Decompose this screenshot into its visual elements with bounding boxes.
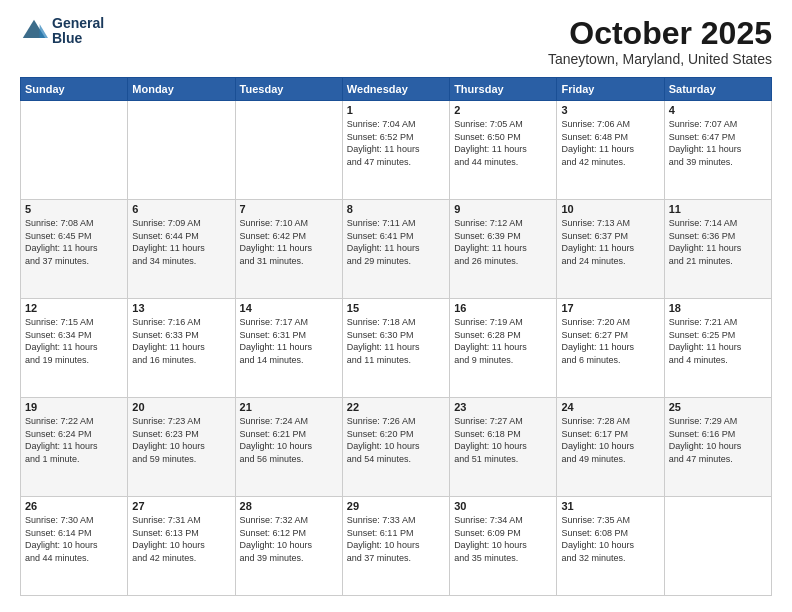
day-info: Sunrise: 7:23 AM Sunset: 6:23 PM Dayligh… [132,415,230,465]
day-info: Sunrise: 7:08 AM Sunset: 6:45 PM Dayligh… [25,217,123,267]
day-info: Sunrise: 7:11 AM Sunset: 6:41 PM Dayligh… [347,217,445,267]
weekday-header-thursday: Thursday [450,78,557,101]
weekday-header-monday: Monday [128,78,235,101]
week-row-0: 1Sunrise: 7:04 AM Sunset: 6:52 PM Daylig… [21,101,772,200]
day-info: Sunrise: 7:27 AM Sunset: 6:18 PM Dayligh… [454,415,552,465]
calendar-cell: 14Sunrise: 7:17 AM Sunset: 6:31 PM Dayli… [235,299,342,398]
day-info: Sunrise: 7:12 AM Sunset: 6:39 PM Dayligh… [454,217,552,267]
day-number: 13 [132,302,230,314]
day-info: Sunrise: 7:35 AM Sunset: 6:08 PM Dayligh… [561,514,659,564]
weekday-row: SundayMondayTuesdayWednesdayThursdayFrid… [21,78,772,101]
day-info: Sunrise: 7:26 AM Sunset: 6:20 PM Dayligh… [347,415,445,465]
day-number: 9 [454,203,552,215]
day-info: Sunrise: 7:09 AM Sunset: 6:44 PM Dayligh… [132,217,230,267]
day-number: 5 [25,203,123,215]
page: General Blue October 2025 Taneytown, Mar… [0,0,792,612]
weekday-header-saturday: Saturday [664,78,771,101]
day-info: Sunrise: 7:34 AM Sunset: 6:09 PM Dayligh… [454,514,552,564]
logo-text: General Blue [52,16,104,47]
day-info: Sunrise: 7:15 AM Sunset: 6:34 PM Dayligh… [25,316,123,366]
location: Taneytown, Maryland, United States [548,51,772,67]
day-number: 19 [25,401,123,413]
day-number: 25 [669,401,767,413]
calendar-cell [21,101,128,200]
title-area: October 2025 Taneytown, Maryland, United… [548,16,772,67]
calendar-cell: 1Sunrise: 7:04 AM Sunset: 6:52 PM Daylig… [342,101,449,200]
day-number: 31 [561,500,659,512]
calendar-cell: 22Sunrise: 7:26 AM Sunset: 6:20 PM Dayli… [342,398,449,497]
month-title: October 2025 [548,16,772,51]
calendar-cell: 25Sunrise: 7:29 AM Sunset: 6:16 PM Dayli… [664,398,771,497]
calendar-cell: 3Sunrise: 7:06 AM Sunset: 6:48 PM Daylig… [557,101,664,200]
calendar-cell: 8Sunrise: 7:11 AM Sunset: 6:41 PM Daylig… [342,200,449,299]
weekday-header-tuesday: Tuesday [235,78,342,101]
day-number: 23 [454,401,552,413]
calendar-cell: 24Sunrise: 7:28 AM Sunset: 6:17 PM Dayli… [557,398,664,497]
calendar-cell: 11Sunrise: 7:14 AM Sunset: 6:36 PM Dayli… [664,200,771,299]
logo: General Blue [20,16,104,47]
day-info: Sunrise: 7:31 AM Sunset: 6:13 PM Dayligh… [132,514,230,564]
calendar-cell: 16Sunrise: 7:19 AM Sunset: 6:28 PM Dayli… [450,299,557,398]
day-info: Sunrise: 7:05 AM Sunset: 6:50 PM Dayligh… [454,118,552,168]
day-number: 27 [132,500,230,512]
day-number: 22 [347,401,445,413]
day-number: 17 [561,302,659,314]
day-number: 7 [240,203,338,215]
calendar-cell: 27Sunrise: 7:31 AM Sunset: 6:13 PM Dayli… [128,497,235,596]
calendar-cell: 13Sunrise: 7:16 AM Sunset: 6:33 PM Dayli… [128,299,235,398]
day-info: Sunrise: 7:06 AM Sunset: 6:48 PM Dayligh… [561,118,659,168]
day-info: Sunrise: 7:32 AM Sunset: 6:12 PM Dayligh… [240,514,338,564]
calendar-body: 1Sunrise: 7:04 AM Sunset: 6:52 PM Daylig… [21,101,772,596]
day-number: 24 [561,401,659,413]
calendar-cell: 28Sunrise: 7:32 AM Sunset: 6:12 PM Dayli… [235,497,342,596]
day-info: Sunrise: 7:22 AM Sunset: 6:24 PM Dayligh… [25,415,123,465]
weekday-header-sunday: Sunday [21,78,128,101]
calendar-cell: 5Sunrise: 7:08 AM Sunset: 6:45 PM Daylig… [21,200,128,299]
day-number: 12 [25,302,123,314]
day-info: Sunrise: 7:30 AM Sunset: 6:14 PM Dayligh… [25,514,123,564]
calendar-cell: 21Sunrise: 7:24 AM Sunset: 6:21 PM Dayli… [235,398,342,497]
day-info: Sunrise: 7:20 AM Sunset: 6:27 PM Dayligh… [561,316,659,366]
day-number: 28 [240,500,338,512]
day-info: Sunrise: 7:29 AM Sunset: 6:16 PM Dayligh… [669,415,767,465]
day-number: 6 [132,203,230,215]
day-info: Sunrise: 7:33 AM Sunset: 6:11 PM Dayligh… [347,514,445,564]
calendar-cell: 20Sunrise: 7:23 AM Sunset: 6:23 PM Dayli… [128,398,235,497]
day-number: 18 [669,302,767,314]
day-info: Sunrise: 7:13 AM Sunset: 6:37 PM Dayligh… [561,217,659,267]
calendar-cell: 17Sunrise: 7:20 AM Sunset: 6:27 PM Dayli… [557,299,664,398]
calendar-cell: 4Sunrise: 7:07 AM Sunset: 6:47 PM Daylig… [664,101,771,200]
day-info: Sunrise: 7:21 AM Sunset: 6:25 PM Dayligh… [669,316,767,366]
calendar-cell: 10Sunrise: 7:13 AM Sunset: 6:37 PM Dayli… [557,200,664,299]
header: General Blue October 2025 Taneytown, Mar… [20,16,772,67]
logo-line1: General [52,16,104,31]
day-info: Sunrise: 7:16 AM Sunset: 6:33 PM Dayligh… [132,316,230,366]
calendar-cell: 30Sunrise: 7:34 AM Sunset: 6:09 PM Dayli… [450,497,557,596]
weekday-header-friday: Friday [557,78,664,101]
day-number: 14 [240,302,338,314]
day-number: 1 [347,104,445,116]
day-info: Sunrise: 7:04 AM Sunset: 6:52 PM Dayligh… [347,118,445,168]
day-info: Sunrise: 7:19 AM Sunset: 6:28 PM Dayligh… [454,316,552,366]
logo-line2: Blue [52,31,104,46]
day-number: 11 [669,203,767,215]
day-number: 29 [347,500,445,512]
day-number: 8 [347,203,445,215]
calendar-cell [235,101,342,200]
day-info: Sunrise: 7:07 AM Sunset: 6:47 PM Dayligh… [669,118,767,168]
calendar-cell: 18Sunrise: 7:21 AM Sunset: 6:25 PM Dayli… [664,299,771,398]
calendar-cell: 9Sunrise: 7:12 AM Sunset: 6:39 PM Daylig… [450,200,557,299]
calendar-cell: 23Sunrise: 7:27 AM Sunset: 6:18 PM Dayli… [450,398,557,497]
day-number: 20 [132,401,230,413]
calendar-cell: 7Sunrise: 7:10 AM Sunset: 6:42 PM Daylig… [235,200,342,299]
week-row-1: 5Sunrise: 7:08 AM Sunset: 6:45 PM Daylig… [21,200,772,299]
day-info: Sunrise: 7:14 AM Sunset: 6:36 PM Dayligh… [669,217,767,267]
week-row-2: 12Sunrise: 7:15 AM Sunset: 6:34 PM Dayli… [21,299,772,398]
day-number: 4 [669,104,767,116]
calendar-cell: 2Sunrise: 7:05 AM Sunset: 6:50 PM Daylig… [450,101,557,200]
day-number: 3 [561,104,659,116]
calendar-cell [664,497,771,596]
day-number: 2 [454,104,552,116]
weekday-header-wednesday: Wednesday [342,78,449,101]
day-number: 26 [25,500,123,512]
